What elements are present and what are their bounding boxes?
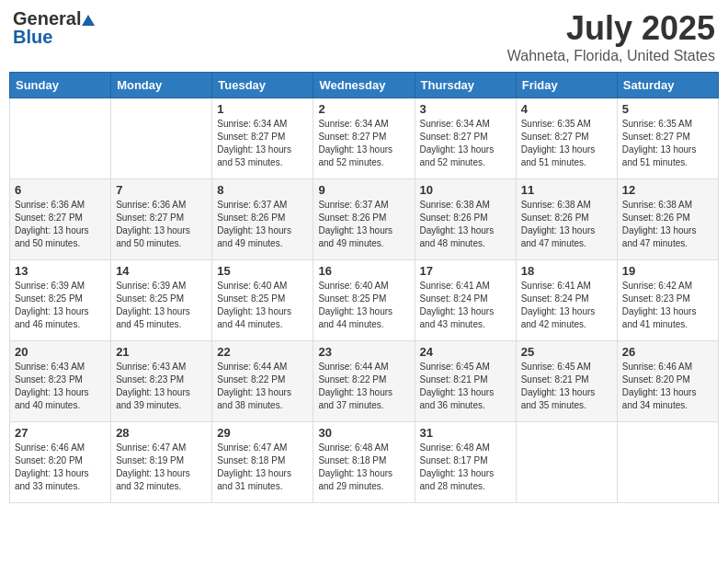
calendar-day-cell: 9Sunrise: 6:37 AM Sunset: 8:26 PM Daylig… (313, 179, 415, 260)
calendar-day-cell: 22Sunrise: 6:44 AM Sunset: 8:22 PM Dayli… (212, 341, 313, 422)
calendar-day-cell: 17Sunrise: 6:41 AM Sunset: 8:24 PM Dayli… (415, 260, 516, 341)
day-number: 5 (622, 102, 713, 116)
calendar-day-cell: 26Sunrise: 6:46 AM Sunset: 8:20 PM Dayli… (617, 341, 718, 422)
day-info-text: Sunrise: 6:36 AM Sunset: 8:27 PM Dayligh… (15, 199, 106, 250)
calendar-day-cell (516, 422, 617, 503)
week-row: 13Sunrise: 6:39 AM Sunset: 8:25 PM Dayli… (10, 260, 719, 341)
day-number: 26 (622, 345, 713, 359)
day-number: 10 (420, 183, 511, 197)
day-info-text: Sunrise: 6:34 AM Sunset: 8:27 PM Dayligh… (420, 118, 511, 169)
week-row: 1Sunrise: 6:34 AM Sunset: 8:27 PM Daylig… (10, 98, 719, 179)
calendar-day-cell: 18Sunrise: 6:41 AM Sunset: 8:24 PM Dayli… (516, 260, 617, 341)
calendar-day-cell: 19Sunrise: 6:42 AM Sunset: 8:23 PM Dayli… (617, 260, 718, 341)
day-number: 23 (318, 345, 409, 359)
day-info-text: Sunrise: 6:43 AM Sunset: 8:23 PM Dayligh… (15, 361, 106, 412)
day-of-week-header: Tuesday (212, 73, 313, 98)
day-number: 27 (15, 426, 106, 440)
day-info-text: Sunrise: 6:42 AM Sunset: 8:23 PM Dayligh… (622, 280, 713, 331)
day-info-text: Sunrise: 6:47 AM Sunset: 8:19 PM Dayligh… (116, 442, 207, 493)
day-number: 22 (217, 345, 308, 359)
calendar-header-row: SundayMondayTuesdayWednesdayThursdayFrid… (10, 73, 719, 98)
calendar-day-cell: 8Sunrise: 6:37 AM Sunset: 8:26 PM Daylig… (212, 179, 313, 260)
day-number: 24 (420, 345, 511, 359)
day-number: 4 (521, 102, 612, 116)
day-number: 9 (318, 183, 409, 197)
calendar-day-cell: 24Sunrise: 6:45 AM Sunset: 8:21 PM Dayli… (415, 341, 516, 422)
day-info-text: Sunrise: 6:44 AM Sunset: 8:22 PM Dayligh… (318, 361, 409, 412)
day-number: 7 (116, 183, 207, 197)
calendar-day-cell: 27Sunrise: 6:46 AM Sunset: 8:20 PM Dayli… (10, 422, 111, 503)
calendar-title: July 2025 (507, 9, 715, 48)
day-number: 15 (217, 264, 308, 278)
day-info-text: Sunrise: 6:41 AM Sunset: 8:24 PM Dayligh… (420, 280, 511, 331)
day-number: 3 (420, 102, 511, 116)
day-info-text: Sunrise: 6:40 AM Sunset: 8:25 PM Dayligh… (318, 280, 409, 331)
day-of-week-header: Wednesday (313, 73, 415, 98)
day-of-week-header: Monday (111, 73, 212, 98)
logo-blue: Blue (13, 28, 52, 46)
day-info-text: Sunrise: 6:37 AM Sunset: 8:26 PM Dayligh… (318, 199, 409, 250)
day-of-week-header: Friday (516, 73, 617, 98)
calendar-day-cell (10, 98, 111, 179)
day-info-text: Sunrise: 6:35 AM Sunset: 8:27 PM Dayligh… (521, 118, 612, 169)
day-number: 17 (420, 264, 511, 278)
day-info-text: Sunrise: 6:38 AM Sunset: 8:26 PM Dayligh… (420, 199, 511, 250)
calendar-day-cell: 10Sunrise: 6:38 AM Sunset: 8:26 PM Dayli… (415, 179, 516, 260)
week-row: 27Sunrise: 6:46 AM Sunset: 8:20 PM Dayli… (10, 422, 719, 503)
day-number: 14 (116, 264, 207, 278)
day-of-week-header: Thursday (415, 73, 516, 98)
day-info-text: Sunrise: 6:48 AM Sunset: 8:17 PM Dayligh… (420, 442, 511, 493)
day-info-text: Sunrise: 6:45 AM Sunset: 8:21 PM Dayligh… (420, 361, 511, 412)
day-info-text: Sunrise: 6:36 AM Sunset: 8:27 PM Dayligh… (116, 199, 207, 250)
day-info-text: Sunrise: 6:38 AM Sunset: 8:26 PM Dayligh… (521, 199, 612, 250)
day-info-text: Sunrise: 6:48 AM Sunset: 8:18 PM Dayligh… (318, 442, 409, 493)
calendar-day-cell (111, 98, 212, 179)
calendar-day-cell: 20Sunrise: 6:43 AM Sunset: 8:23 PM Dayli… (10, 341, 111, 422)
day-number: 28 (116, 426, 207, 440)
calendar-subtitle: Wahneta, Florida, United States (507, 48, 715, 64)
calendar-day-cell: 3Sunrise: 6:34 AM Sunset: 8:27 PM Daylig… (415, 98, 516, 179)
day-info-text: Sunrise: 6:34 AM Sunset: 8:27 PM Dayligh… (318, 118, 409, 169)
calendar-table: SundayMondayTuesdayWednesdayThursdayFrid… (9, 72, 719, 503)
calendar-day-cell: 14Sunrise: 6:39 AM Sunset: 8:25 PM Dayli… (111, 260, 212, 341)
day-number: 1 (217, 102, 308, 116)
day-info-text: Sunrise: 6:39 AM Sunset: 8:25 PM Dayligh… (116, 280, 207, 331)
day-info-text: Sunrise: 6:46 AM Sunset: 8:20 PM Dayligh… (622, 361, 713, 412)
day-of-week-header: Saturday (617, 73, 718, 98)
day-info-text: Sunrise: 6:34 AM Sunset: 8:27 PM Dayligh… (217, 118, 308, 169)
day-info-text: Sunrise: 6:37 AM Sunset: 8:26 PM Dayligh… (217, 199, 308, 250)
calendar-day-cell: 31Sunrise: 6:48 AM Sunset: 8:17 PM Dayli… (415, 422, 516, 503)
day-info-text: Sunrise: 6:43 AM Sunset: 8:23 PM Dayligh… (116, 361, 207, 412)
day-number: 20 (15, 345, 106, 359)
day-number: 13 (15, 264, 106, 278)
calendar-day-cell: 11Sunrise: 6:38 AM Sunset: 8:26 PM Dayli… (516, 179, 617, 260)
day-info-text: Sunrise: 6:35 AM Sunset: 8:27 PM Dayligh… (622, 118, 713, 169)
day-of-week-header: Sunday (10, 73, 111, 98)
calendar-day-cell: 13Sunrise: 6:39 AM Sunset: 8:25 PM Dayli… (10, 260, 111, 341)
day-number: 25 (521, 345, 612, 359)
calendar-day-cell: 6Sunrise: 6:36 AM Sunset: 8:27 PM Daylig… (10, 179, 111, 260)
week-row: 20Sunrise: 6:43 AM Sunset: 8:23 PM Dayli… (10, 341, 719, 422)
calendar-day-cell: 28Sunrise: 6:47 AM Sunset: 8:19 PM Dayli… (111, 422, 212, 503)
calendar-day-cell: 21Sunrise: 6:43 AM Sunset: 8:23 PM Dayli… (111, 341, 212, 422)
calendar-day-cell: 4Sunrise: 6:35 AM Sunset: 8:27 PM Daylig… (516, 98, 617, 179)
day-number: 11 (521, 183, 612, 197)
day-number: 6 (15, 183, 106, 197)
calendar-day-cell (617, 422, 718, 503)
day-info-text: Sunrise: 6:41 AM Sunset: 8:24 PM Dayligh… (521, 280, 612, 331)
day-info-text: Sunrise: 6:44 AM Sunset: 8:22 PM Dayligh… (217, 361, 308, 412)
logo-text: General (13, 9, 95, 28)
calendar-day-cell: 29Sunrise: 6:47 AM Sunset: 8:18 PM Dayli… (212, 422, 313, 503)
page-header: General Blue July 2025 Wahneta, Florida,… (9, 9, 719, 64)
title-block: July 2025 Wahneta, Florida, United State… (507, 9, 715, 64)
day-info-text: Sunrise: 6:46 AM Sunset: 8:20 PM Dayligh… (15, 442, 106, 493)
week-row: 6Sunrise: 6:36 AM Sunset: 8:27 PM Daylig… (10, 179, 719, 260)
day-number: 21 (116, 345, 207, 359)
calendar-day-cell: 12Sunrise: 6:38 AM Sunset: 8:26 PM Dayli… (617, 179, 718, 260)
day-info-text: Sunrise: 6:45 AM Sunset: 8:21 PM Dayligh… (521, 361, 612, 412)
calendar-day-cell: 25Sunrise: 6:45 AM Sunset: 8:21 PM Dayli… (516, 341, 617, 422)
day-info-text: Sunrise: 6:38 AM Sunset: 8:26 PM Dayligh… (622, 199, 713, 250)
calendar-day-cell: 1Sunrise: 6:34 AM Sunset: 8:27 PM Daylig… (212, 98, 313, 179)
calendar-day-cell: 16Sunrise: 6:40 AM Sunset: 8:25 PM Dayli… (313, 260, 415, 341)
day-number: 2 (318, 102, 409, 116)
